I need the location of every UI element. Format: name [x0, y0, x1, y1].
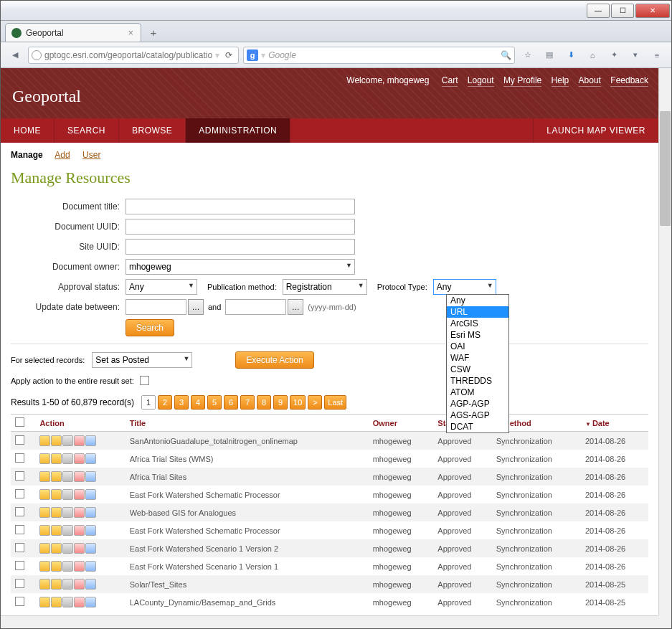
action-i1-icon[interactable]: [39, 453, 50, 464]
column-header-date[interactable]: ▼Date: [581, 415, 648, 432]
action-i1-icon[interactable]: [39, 489, 50, 500]
cell-title[interactable]: SanAntonioGuadalupe_totalnitrogen_online…: [126, 432, 369, 450]
select-publication-method[interactable]: Registration: [283, 279, 367, 295]
input-site-uuid[interactable]: [126, 239, 355, 255]
calendar-to-button[interactable]: …: [288, 299, 303, 315]
protocol-option-ags-agp[interactable]: AGS-AGP: [447, 410, 508, 421]
action-i5-icon[interactable]: [85, 453, 96, 464]
action-i5-icon[interactable]: [85, 471, 96, 482]
back-button[interactable]: ◀: [6, 47, 24, 64]
action-i2-icon[interactable]: [51, 543, 62, 554]
action-i3-icon[interactable]: [62, 471, 73, 482]
row-checkbox[interactable]: [15, 561, 24, 570]
row-checkbox[interactable]: [15, 525, 24, 534]
action-i3-icon[interactable]: [62, 561, 73, 572]
protocol-option-any[interactable]: Any: [447, 295, 508, 306]
column-header-action[interactable]: Action: [35, 415, 125, 432]
subnav-manage[interactable]: Manage: [11, 150, 43, 160]
action-i5-icon[interactable]: [85, 543, 96, 554]
cell-title[interactable]: Africa Trial Sites (WMS): [126, 450, 369, 468]
reload-button[interactable]: ⟳: [222, 50, 235, 60]
library-button[interactable]: ▤: [541, 47, 558, 64]
horizontal-scrollbar[interactable]: [1, 615, 658, 628]
action-i1-icon[interactable]: [39, 597, 50, 607]
action-i1-icon[interactable]: [39, 471, 50, 482]
action-i4-icon[interactable]: [74, 525, 85, 536]
action-i1-icon[interactable]: [39, 507, 50, 518]
checkbox-apply-all[interactable]: [140, 376, 149, 385]
page-button-8[interactable]: 8: [257, 395, 271, 410]
search-button[interactable]: Search: [126, 319, 174, 336]
cell-title[interactable]: East Fork Watershed Scenario 1 Version 1: [126, 557, 369, 575]
action-i4-icon[interactable]: [74, 579, 85, 590]
action-i3-icon[interactable]: [62, 543, 73, 554]
cell-title[interactable]: Africa Trial Sites: [126, 468, 369, 486]
window-minimize-button[interactable]: —: [587, 4, 610, 18]
action-i3-icon[interactable]: [62, 453, 73, 464]
action-i3-icon[interactable]: [62, 489, 73, 500]
page-button-9[interactable]: 9: [273, 395, 288, 410]
new-tab-button[interactable]: +: [146, 24, 161, 40]
action-i3-icon[interactable]: [62, 525, 73, 536]
action-i3-icon[interactable]: [62, 597, 73, 607]
action-i4-icon[interactable]: [74, 471, 85, 482]
cell-title[interactable]: East Fork Watershed Scenario 1 Version 2: [126, 539, 369, 557]
protocol-option-csw[interactable]: CSW: [447, 364, 508, 375]
page-button-7[interactable]: 7: [240, 395, 255, 410]
input-date-to[interactable]: [225, 299, 286, 315]
page-button-3[interactable]: 3: [174, 395, 189, 410]
action-i2-icon[interactable]: [51, 597, 62, 607]
bookmark-button[interactable]: ☆: [519, 47, 536, 64]
input-document-uuid[interactable]: [126, 219, 355, 235]
page-button->[interactable]: >: [308, 395, 322, 410]
nav-browse[interactable]: BROWSE: [119, 118, 186, 143]
cell-title[interactable]: Web-based GIS for Analogues: [126, 503, 369, 521]
select-protocol-type[interactable]: Any: [433, 279, 496, 295]
action-i2-icon[interactable]: [51, 489, 62, 500]
action-i2-icon[interactable]: [51, 579, 62, 590]
page-button-4[interactable]: 4: [191, 395, 205, 410]
subnav-user[interactable]: User: [82, 150, 100, 160]
window-close-button[interactable]: ✕: [635, 4, 670, 18]
home-button[interactable]: ⌂: [584, 47, 601, 64]
row-checkbox[interactable]: [15, 453, 24, 463]
page-button-Last[interactable]: Last: [324, 395, 346, 410]
nav-search[interactable]: SEARCH: [55, 118, 119, 143]
execute-action-button[interactable]: Execute Action: [235, 351, 313, 369]
action-i2-icon[interactable]: [51, 471, 62, 482]
protocol-option-dcat[interactable]: DCAT: [447, 421, 508, 432]
action-i3-icon[interactable]: [62, 507, 73, 518]
browser-tab[interactable]: Geoportal ×: [5, 23, 141, 42]
column-header-owner[interactable]: Owner: [369, 415, 434, 432]
checkbox-select-all[interactable]: [15, 417, 24, 427]
action-i1-icon[interactable]: [39, 579, 50, 590]
input-document-title[interactable]: [126, 199, 355, 214]
link-about[interactable]: About: [579, 75, 601, 87]
action-i5-icon[interactable]: [85, 561, 96, 572]
row-checkbox[interactable]: [15, 489, 24, 498]
action-i4-icon[interactable]: [74, 507, 85, 518]
nav-administration[interactable]: ADMINISTRATION: [186, 118, 290, 143]
link-logout[interactable]: Logout: [468, 75, 494, 87]
action-i2-icon[interactable]: [51, 525, 62, 536]
menu-button[interactable]: ≡: [648, 47, 666, 64]
action-i1-icon[interactable]: [39, 561, 50, 572]
page-button-1[interactable]: 1: [141, 395, 156, 410]
dropdown-button[interactable]: ▾: [627, 47, 644, 64]
cell-title[interactable]: East Fork Watershed Schematic Processor: [126, 486, 369, 503]
protocol-option-thredds[interactable]: THREDDS: [447, 375, 508, 387]
action-i1-icon[interactable]: [39, 435, 50, 446]
action-i4-icon[interactable]: [74, 561, 85, 572]
action-i3-icon[interactable]: [62, 435, 73, 446]
action-i4-icon[interactable]: [74, 597, 85, 607]
row-checkbox[interactable]: [15, 507, 24, 516]
action-i5-icon[interactable]: [85, 435, 96, 446]
window-maximize-button[interactable]: ☐: [611, 4, 634, 18]
action-i4-icon[interactable]: [74, 543, 85, 554]
scroll-thumb[interactable]: [660, 111, 671, 226]
subnav-add[interactable]: Add: [55, 150, 70, 160]
link-help[interactable]: Help: [552, 75, 569, 87]
column-header-title[interactable]: Title: [126, 415, 369, 432]
select-document-owner[interactable]: mhogeweg: [126, 259, 355, 275]
action-i1-icon[interactable]: [39, 525, 50, 536]
